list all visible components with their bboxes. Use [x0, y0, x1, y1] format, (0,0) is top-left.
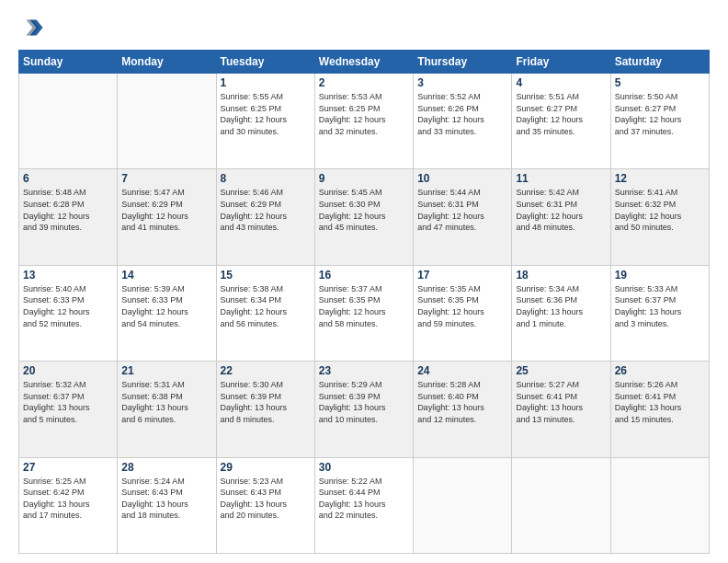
calendar-cell: 20Sunrise: 5:32 AM Sunset: 6:37 PM Dayli…	[19, 362, 118, 457]
calendar-cell: 30Sunrise: 5:22 AM Sunset: 6:44 PM Dayli…	[314, 457, 413, 553]
calendar-cell: 26Sunrise: 5:26 AM Sunset: 6:41 PM Dayli…	[610, 362, 709, 457]
day-info: Sunrise: 5:44 AM Sunset: 6:31 PM Dayligh…	[417, 187, 507, 233]
day-info: Sunrise: 5:35 AM Sunset: 6:35 PM Dayligh…	[417, 283, 507, 329]
calendar-cell: 23Sunrise: 5:29 AM Sunset: 6:39 PM Dayli…	[314, 362, 413, 457]
page: SundayMondayTuesdayWednesdayThursdayFrid…	[0, 0, 728, 563]
calendar-row: 27Sunrise: 5:25 AM Sunset: 6:42 PM Dayli…	[19, 457, 710, 553]
day-number: 2	[319, 76, 409, 89]
day-info: Sunrise: 5:29 AM Sunset: 6:39 PM Dayligh…	[319, 379, 409, 425]
calendar-cell: 24Sunrise: 5:28 AM Sunset: 6:40 PM Dayli…	[414, 362, 512, 457]
day-number: 8	[221, 172, 311, 185]
weekday-header: Monday	[118, 51, 216, 74]
calendar-cell: 29Sunrise: 5:23 AM Sunset: 6:43 PM Dayli…	[216, 457, 314, 553]
calendar-cell: 27Sunrise: 5:25 AM Sunset: 6:42 PM Dayli…	[19, 457, 118, 553]
day-number: 17	[417, 269, 507, 282]
calendar-cell: 16Sunrise: 5:37 AM Sunset: 6:35 PM Dayli…	[314, 265, 413, 361]
day-info: Sunrise: 5:42 AM Sunset: 6:31 PM Dayligh…	[516, 187, 606, 233]
day-number: 11	[516, 172, 606, 185]
day-info: Sunrise: 5:28 AM Sunset: 6:40 PM Dayligh…	[417, 379, 507, 425]
calendar-cell: 14Sunrise: 5:39 AM Sunset: 6:33 PM Dayli…	[118, 265, 216, 361]
calendar-header-row: SundayMondayTuesdayWednesdayThursdayFrid…	[19, 51, 710, 74]
calendar-cell: 25Sunrise: 5:27 AM Sunset: 6:41 PM Dayli…	[512, 362, 610, 457]
day-info: Sunrise: 5:24 AM Sunset: 6:43 PM Dayligh…	[121, 476, 211, 522]
day-info: Sunrise: 5:53 AM Sunset: 6:25 PM Dayligh…	[319, 91, 409, 137]
header	[18, 15, 710, 40]
day-number: 4	[516, 76, 606, 89]
calendar-cell: 28Sunrise: 5:24 AM Sunset: 6:43 PM Dayli…	[118, 457, 216, 553]
calendar-cell: 17Sunrise: 5:35 AM Sunset: 6:35 PM Dayli…	[414, 265, 512, 361]
calendar-row: 13Sunrise: 5:40 AM Sunset: 6:33 PM Dayli…	[19, 265, 710, 361]
day-info: Sunrise: 5:37 AM Sunset: 6:35 PM Dayligh…	[319, 283, 409, 329]
day-number: 7	[121, 172, 211, 185]
calendar-cell: 15Sunrise: 5:38 AM Sunset: 6:34 PM Dayli…	[216, 265, 314, 361]
calendar-cell: 21Sunrise: 5:31 AM Sunset: 6:38 PM Dayli…	[118, 362, 216, 457]
calendar-row: 1Sunrise: 5:55 AM Sunset: 6:25 PM Daylig…	[19, 74, 710, 169]
calendar-cell: 3Sunrise: 5:52 AM Sunset: 6:26 PM Daylig…	[414, 74, 512, 169]
calendar-cell	[118, 74, 216, 169]
day-info: Sunrise: 5:30 AM Sunset: 6:39 PM Dayligh…	[221, 379, 311, 425]
weekday-header: Tuesday	[216, 51, 314, 74]
day-number: 21	[121, 364, 211, 377]
calendar-cell: 4Sunrise: 5:51 AM Sunset: 6:27 PM Daylig…	[512, 74, 610, 169]
calendar-cell: 10Sunrise: 5:44 AM Sunset: 6:31 PM Dayli…	[414, 169, 512, 265]
day-number: 20	[23, 364, 113, 377]
weekday-header: Friday	[512, 51, 610, 74]
day-info: Sunrise: 5:55 AM Sunset: 6:25 PM Dayligh…	[221, 91, 311, 137]
calendar-cell: 22Sunrise: 5:30 AM Sunset: 6:39 PM Dayli…	[216, 362, 314, 457]
day-number: 27	[23, 461, 113, 474]
calendar-cell	[512, 457, 610, 553]
day-info: Sunrise: 5:45 AM Sunset: 6:30 PM Dayligh…	[319, 187, 409, 233]
day-number: 25	[516, 364, 606, 377]
calendar-cell	[610, 457, 709, 553]
day-number: 12	[615, 172, 705, 185]
day-number: 29	[221, 461, 311, 474]
calendar-cell: 12Sunrise: 5:41 AM Sunset: 6:32 PM Dayli…	[610, 169, 709, 265]
calendar-cell: 6Sunrise: 5:48 AM Sunset: 6:28 PM Daylig…	[19, 169, 118, 265]
calendar-cell: 18Sunrise: 5:34 AM Sunset: 6:36 PM Dayli…	[512, 265, 610, 361]
day-info: Sunrise: 5:34 AM Sunset: 6:36 PM Dayligh…	[516, 283, 606, 329]
weekday-header: Wednesday	[314, 51, 413, 74]
day-info: Sunrise: 5:39 AM Sunset: 6:33 PM Dayligh…	[121, 283, 211, 329]
calendar-cell: 2Sunrise: 5:53 AM Sunset: 6:25 PM Daylig…	[314, 74, 413, 169]
day-info: Sunrise: 5:25 AM Sunset: 6:42 PM Dayligh…	[23, 476, 113, 522]
calendar-cell: 13Sunrise: 5:40 AM Sunset: 6:33 PM Dayli…	[19, 265, 118, 361]
weekday-header: Saturday	[610, 51, 709, 74]
weekday-header: Sunday	[19, 51, 118, 74]
calendar-cell	[19, 74, 118, 169]
calendar-row: 20Sunrise: 5:32 AM Sunset: 6:37 PM Dayli…	[19, 362, 710, 457]
calendar-cell: 7Sunrise: 5:47 AM Sunset: 6:29 PM Daylig…	[118, 169, 216, 265]
calendar-cell: 1Sunrise: 5:55 AM Sunset: 6:25 PM Daylig…	[216, 74, 314, 169]
day-number: 30	[319, 461, 409, 474]
day-info: Sunrise: 5:23 AM Sunset: 6:43 PM Dayligh…	[221, 476, 311, 522]
day-number: 3	[417, 76, 507, 89]
day-info: Sunrise: 5:27 AM Sunset: 6:41 PM Dayligh…	[516, 379, 606, 425]
day-info: Sunrise: 5:46 AM Sunset: 6:29 PM Dayligh…	[221, 187, 311, 233]
day-number: 28	[121, 461, 211, 474]
day-number: 10	[417, 172, 507, 185]
day-number: 18	[516, 269, 606, 282]
day-number: 13	[23, 269, 113, 282]
day-number: 1	[221, 76, 311, 89]
day-info: Sunrise: 5:38 AM Sunset: 6:34 PM Dayligh…	[221, 283, 311, 329]
day-info: Sunrise: 5:33 AM Sunset: 6:37 PM Dayligh…	[615, 283, 705, 329]
day-number: 6	[23, 172, 113, 185]
logo-icon	[18, 15, 44, 40]
day-info: Sunrise: 5:51 AM Sunset: 6:27 PM Dayligh…	[516, 91, 606, 137]
calendar-cell: 5Sunrise: 5:50 AM Sunset: 6:27 PM Daylig…	[610, 74, 709, 169]
day-info: Sunrise: 5:50 AM Sunset: 6:27 PM Dayligh…	[615, 91, 705, 137]
calendar-row: 6Sunrise: 5:48 AM Sunset: 6:28 PM Daylig…	[19, 169, 710, 265]
weekday-header: Thursday	[414, 51, 512, 74]
day-number: 24	[417, 364, 507, 377]
calendar-cell: 8Sunrise: 5:46 AM Sunset: 6:29 PM Daylig…	[216, 169, 314, 265]
day-info: Sunrise: 5:47 AM Sunset: 6:29 PM Dayligh…	[121, 187, 211, 233]
calendar-table: SundayMondayTuesdayWednesdayThursdayFrid…	[18, 50, 710, 554]
day-info: Sunrise: 5:40 AM Sunset: 6:33 PM Dayligh…	[23, 283, 113, 329]
logo	[18, 15, 46, 40]
day-info: Sunrise: 5:26 AM Sunset: 6:41 PM Dayligh…	[615, 379, 705, 425]
day-number: 5	[615, 76, 705, 89]
day-info: Sunrise: 5:22 AM Sunset: 6:44 PM Dayligh…	[319, 476, 409, 522]
day-number: 26	[615, 364, 705, 377]
day-info: Sunrise: 5:31 AM Sunset: 6:38 PM Dayligh…	[121, 379, 211, 425]
day-number: 15	[221, 269, 311, 282]
day-info: Sunrise: 5:52 AM Sunset: 6:26 PM Dayligh…	[417, 91, 507, 137]
